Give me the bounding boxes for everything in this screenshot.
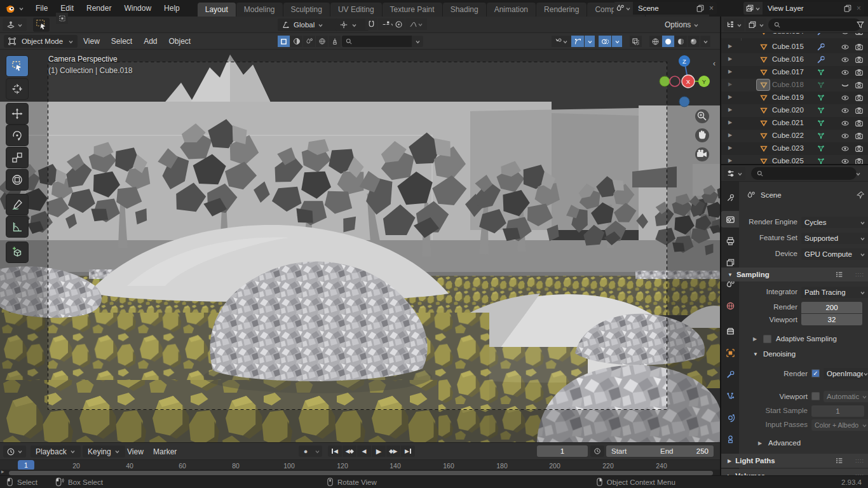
viewport-menu-select[interactable]: Select	[105, 37, 138, 46]
menu-window[interactable]: Window	[118, 0, 158, 17]
viewport-pan-button[interactable]	[695, 128, 709, 142]
overlays-dropdown[interactable]	[612, 36, 622, 47]
viewport-menu-view[interactable]: View	[78, 37, 105, 46]
object-visibility-dropdown[interactable]	[552, 36, 571, 47]
camera-visibility-icon[interactable]	[855, 119, 864, 128]
eye-icon[interactable]	[841, 132, 850, 140]
mode-dropdown[interactable]: Object Mode	[4, 35, 78, 48]
eye-icon[interactable]	[841, 144, 850, 153]
tool-cursor[interactable]	[6, 79, 28, 99]
camera-visibility-icon[interactable]	[855, 43, 864, 51]
auto-keying-toggle[interactable]: ●	[299, 445, 313, 457]
region-collapse-arrow[interactable]: ‹	[713, 59, 715, 68]
tool-move[interactable]	[6, 104, 28, 124]
expand-arrow-icon[interactable]: ▶	[728, 158, 732, 163]
light-paths-panel-header[interactable]: ▶Light Paths ::::	[721, 454, 868, 468]
unlink-scene-button[interactable]: ×	[706, 4, 717, 13]
denoise-viewport-dropdown[interactable]: Automatic	[824, 391, 868, 402]
expand-arrow-icon[interactable]: ▶	[728, 69, 732, 74]
tool-rotate[interactable]	[6, 125, 28, 146]
playhead[interactable]: 1	[18, 460, 34, 470]
preset-icon[interactable]	[835, 270, 844, 279]
filter-collection-button[interactable]	[278, 36, 290, 47]
adaptive-sampling-checkbox[interactable]	[763, 335, 771, 343]
timeline-menu-view[interactable]: View	[122, 445, 149, 458]
tab-particles[interactable]	[721, 388, 739, 404]
shading-solid-button[interactable]	[662, 36, 674, 47]
jump-to-start-button[interactable]: ◀	[328, 445, 342, 457]
outliner-row[interactable]: ▶ Cube.023	[721, 142, 868, 155]
eye-icon[interactable]	[841, 119, 850, 128]
tool-add-cube[interactable]	[6, 242, 28, 262]
timeline-menu-playback[interactable]: Playback	[31, 445, 81, 458]
integrator-dropdown[interactable]: Path Tracing	[801, 287, 868, 298]
menu-render[interactable]: Render	[80, 0, 118, 17]
gizmo-axis-x-neg[interactable]	[660, 76, 670, 86]
pivot-point-dropdown[interactable]	[336, 18, 369, 31]
tool-scale[interactable]	[6, 147, 28, 168]
proportional-editing-toggle[interactable]	[393, 18, 405, 30]
expand-arrow-icon[interactable]: ▶	[728, 94, 732, 100]
shading-rendered-button[interactable]	[688, 36, 700, 47]
properties-editor-type-button[interactable]	[724, 167, 745, 180]
browse-view-layer-button[interactable]	[743, 2, 763, 15]
current-frame-field[interactable]: 1	[537, 445, 588, 457]
xray-toggle[interactable]	[630, 36, 642, 47]
workspace-tab-animation[interactable]: Animation	[487, 3, 536, 17]
use-preview-range-toggle[interactable]	[590, 445, 604, 457]
timeline-menu-keying[interactable]: Keying	[83, 445, 125, 458]
eye-icon[interactable]	[841, 157, 850, 164]
blender-logo[interactable]	[0, 4, 29, 13]
tab-render[interactable]	[721, 211, 739, 227]
new-view-layer-icon[interactable]	[843, 4, 852, 13]
filter-world-button[interactable]	[316, 36, 328, 47]
timeline-scrollbar-thumb[interactable]	[9, 471, 713, 475]
camera-visibility-icon[interactable]	[855, 55, 864, 64]
outliner-row[interactable]: ▶ Cube.025	[721, 155, 868, 164]
expand-arrow-icon[interactable]: ▶	[728, 43, 732, 49]
gizmo-dropdown[interactable]	[585, 36, 595, 47]
outliner-search-field[interactable]	[768, 18, 861, 31]
outliner-row[interactable]: ▶ Cube.015	[721, 41, 868, 53]
next-keyframe-button[interactable]: ▶	[386, 445, 400, 457]
expand-arrow-icon[interactable]: ▶	[728, 132, 732, 138]
feature-set-dropdown[interactable]: Supported	[801, 233, 868, 244]
prev-keyframe-button[interactable]: ◀	[342, 445, 356, 457]
denoise-render-checkbox[interactable]: ✓	[811, 369, 820, 377]
samples-render-field[interactable]: 200	[801, 302, 862, 313]
active-tool-button[interactable]	[33, 18, 50, 32]
panel-grip-icon[interactable]: ::::	[855, 458, 864, 464]
camera-visibility-icon[interactable]	[855, 106, 864, 115]
outliner-filter-button[interactable]	[854, 19, 867, 30]
tab-output[interactable]	[721, 233, 739, 249]
workspace-tab-texture-paint[interactable]: Texture Paint	[383, 3, 442, 17]
viewport-zoom-button[interactable]	[695, 109, 709, 123]
camera-visibility-icon[interactable]	[855, 68, 864, 77]
tab-modifiers[interactable]	[721, 366, 739, 383]
samples-viewport-field[interactable]: 32	[801, 314, 862, 325]
filter-scene-button[interactable]	[303, 36, 315, 47]
eye-icon[interactable]	[841, 43, 850, 51]
device-dropdown[interactable]: GPU Compute	[801, 248, 868, 260]
denoise-viewport-checkbox[interactable]	[811, 392, 820, 400]
render-engine-dropdown[interactable]: Cycles	[801, 217, 868, 228]
frame-end-field[interactable]: End 250	[655, 445, 714, 457]
outliner-row[interactable]: ▶ Cube.016	[721, 53, 868, 66]
timeline-ruler[interactable]: 20 40 60 80 100 120 140 160 180 200 220 …	[0, 459, 720, 470]
proportional-falloff-dropdown[interactable]	[405, 18, 427, 30]
viewport-camera-button[interactable]	[695, 147, 709, 161]
options-dropdown[interactable]: Options	[661, 18, 703, 31]
new-scene-icon[interactable]	[696, 4, 705, 13]
expand-arrow-icon[interactable]: ▶	[728, 107, 732, 112]
play-button[interactable]: ▶	[372, 445, 386, 457]
tab-constraints[interactable]	[721, 431, 739, 447]
timeline-editor-type-button[interactable]	[3, 445, 26, 458]
jump-to-end-button[interactable]: ▶	[401, 445, 415, 457]
sampling-panel-header[interactable]: ▼Sampling ::::	[721, 268, 868, 281]
viewport-search-field[interactable]	[342, 36, 418, 47]
pin-icon[interactable]	[856, 191, 865, 200]
timeline-menu-marker[interactable]: Marker	[148, 445, 182, 458]
camera-visibility-icon[interactable]	[855, 93, 864, 102]
camera-visibility-icon[interactable]	[855, 81, 864, 90]
input-passes-dropdown[interactable]: Color + Albedo	[811, 419, 868, 431]
